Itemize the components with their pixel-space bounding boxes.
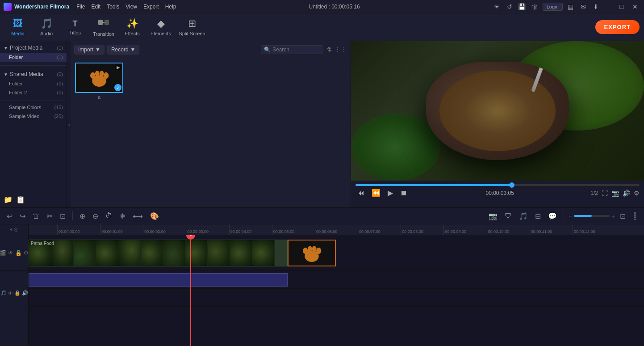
zoom-slider[interactable] (574, 215, 610, 217)
zoom-in-button[interactable]: + (611, 212, 615, 219)
video-track-eye-icon[interactable]: 👁 (8, 250, 13, 256)
video-track-lock-icon[interactable]: 🔓 (15, 250, 22, 256)
maximize-button[interactable]: □ (617, 3, 626, 10)
audio-icon: 🎵 (41, 18, 53, 30)
settings-icon[interactable]: ☀ (493, 2, 502, 11)
add-item-icon[interactable]: 📋 (16, 195, 25, 204)
crop-button[interactable]: ⊡ (58, 211, 68, 221)
shared-media-header[interactable]: ▼ Shared Media (0) (0, 69, 67, 79)
audio-clip[interactable] (29, 273, 288, 287)
sample-video-item[interactable]: Sample Video (20) (0, 112, 67, 121)
snapshot-button[interactable]: 📷 (611, 190, 619, 197)
toolbar-titles[interactable]: T Titles (62, 15, 88, 39)
audio-track-label: 🎵 👁 🔒 🔊 (0, 284, 28, 302)
clip-label: Patna Food (31, 241, 54, 246)
menu-view[interactable]: View (125, 4, 137, 10)
more-button[interactable]: ┋ (631, 211, 640, 221)
delete-button[interactable]: 🗑 (30, 211, 42, 221)
volume-button[interactable]: 🔊 (623, 190, 630, 197)
toolbar-effects[interactable]: ✨ Effects (119, 15, 146, 39)
menu-tools[interactable]: Tools (107, 4, 119, 10)
titlebar: Wondershare Filmora File Edit Tools View… (0, 0, 644, 13)
menu-help[interactable]: Help (165, 4, 176, 10)
menu-edit[interactable]: Edit (91, 4, 100, 10)
cut-button[interactable]: ✂ (45, 211, 55, 221)
toolbar-split-screen[interactable]: ⊞ Split Screen (176, 15, 208, 39)
download-icon[interactable]: ⬇ (591, 2, 600, 11)
group-button[interactable]: ⊕ (77, 211, 88, 221)
paw-overlay-clip[interactable] (288, 240, 336, 266)
toolbar-media[interactable]: 🖼 Media (4, 15, 31, 39)
shared-folder-item[interactable]: Folder (0) (0, 79, 67, 88)
fullscreen-button[interactable]: ⛶ (602, 190, 608, 197)
panel-collapse-handle[interactable]: ◂ (67, 41, 71, 207)
svg-point-8 (303, 248, 308, 254)
camera-button[interactable]: 📷 (486, 211, 500, 221)
ruler-corner: + ⛓ (0, 224, 28, 235)
sync-icon[interactable]: ↺ (505, 2, 514, 11)
record-dropdown[interactable]: Record ▼ (107, 45, 140, 55)
folder-item[interactable]: Folder (1) (0, 53, 67, 62)
fit-button[interactable]: ⊡ (618, 211, 628, 221)
grid-icon[interactable]: ⋮⋮ (335, 46, 347, 53)
sample-colors-item[interactable]: Sample Colors (15) (0, 103, 67, 112)
filter-icon[interactable]: ⚗ (326, 46, 332, 53)
skip-back-button[interactable]: ⏮ (355, 188, 366, 198)
project-media-header[interactable]: ▼ Project Media (1) (0, 43, 67, 53)
stop-button[interactable]: ⏹ (398, 188, 409, 198)
import-dropdown[interactable]: Import ▼ (74, 45, 105, 55)
timeline-add-icon[interactable]: + (10, 227, 13, 232)
trash-icon[interactable]: 🗑 (530, 2, 539, 11)
split-button[interactable]: ⊟ (533, 211, 543, 221)
frame-9 (208, 240, 230, 266)
freeze-button[interactable]: ❄ (117, 211, 128, 221)
transition-add-button[interactable]: ⟷ (130, 211, 145, 221)
audio-track-eye-icon[interactable]: 👁 (8, 291, 13, 296)
menu-file[interactable]: File (76, 4, 85, 10)
toolbar-elements[interactable]: ◆ Elements (147, 15, 174, 39)
progress-bar[interactable] (355, 184, 640, 186)
search-input[interactable] (272, 46, 320, 53)
search-area: 🔍 (261, 45, 323, 54)
undo-button[interactable]: ↩ (4, 211, 15, 221)
audio-track-lock-icon[interactable]: 🔒 (14, 290, 21, 296)
media-thumbnail[interactable]: ▶ ✓ (75, 63, 123, 93)
layout-icon[interactable]: ▦ (566, 2, 575, 11)
svg-rect-1 (105, 20, 109, 25)
transition-icon (98, 17, 109, 30)
media-toolbar-icons: ⚗ ⋮⋮ (326, 46, 347, 53)
export-button[interactable]: EXPORT (595, 20, 640, 34)
redo-button[interactable]: ↪ (17, 211, 28, 221)
subtitle-button[interactable]: 💬 (546, 211, 559, 221)
sample-colors-label: Sample Colors (9, 105, 41, 110)
speed-button[interactable]: ⏱ (103, 211, 115, 221)
audio-track-volume-icon[interactable]: 🔊 (22, 290, 28, 296)
save-icon[interactable]: 💾 (518, 2, 527, 11)
menu-export[interactable]: Export (143, 4, 159, 10)
settings-button[interactable]: ⚙ (634, 190, 640, 197)
stabilize-button[interactable]: 🛡 (502, 211, 514, 221)
audio-edit-button[interactable]: 🎵 (517, 211, 530, 221)
mail-icon[interactable]: ✉ (579, 2, 588, 11)
minimize-button[interactable]: ─ (604, 3, 614, 10)
ruler-mark-2: 00:00:02:00 (143, 224, 186, 235)
color-button[interactable]: 🎨 (148, 211, 161, 221)
video-track-row: Patna Food (29, 235, 644, 271)
media-icon: 🖼 (13, 18, 23, 30)
close-button[interactable]: ✕ (630, 3, 640, 10)
add-folder-icon[interactable]: 📁 (4, 195, 13, 204)
audio-track-icon: 🎵 (0, 290, 7, 296)
video-track-settings-icon[interactable]: ⚙ (24, 250, 29, 256)
collapse-arrow: ▼ (4, 46, 8, 51)
timeline-link-icon[interactable]: ⛓ (13, 227, 18, 232)
toolbar-transition[interactable]: Transition (90, 15, 117, 39)
zoom-out-button[interactable]: − (569, 212, 572, 219)
step-back-button[interactable]: ⏪ (370, 188, 382, 198)
toolbar-audio[interactable]: 🎵 Audio (33, 15, 60, 39)
main-video-clip[interactable]: Patna Food (29, 240, 288, 266)
login-button[interactable]: Login (543, 3, 563, 11)
ungroup-button[interactable]: ⊖ (90, 211, 100, 221)
play-button[interactable]: ▶ (386, 188, 395, 198)
shared-folder2-item[interactable]: Folder 2 (0) (0, 88, 67, 97)
ruler-mark-5: 00:00:05:00 (272, 224, 315, 235)
